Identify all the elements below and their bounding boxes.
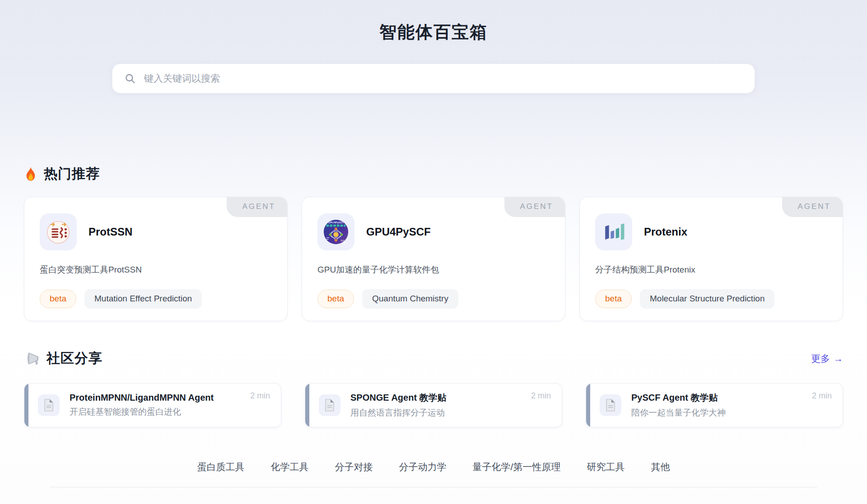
agent-card-gpu4pyscf[interactable]: AGENT GPU4PySCF xyxy=(302,197,565,321)
tab-molecular-dynamics[interactable]: 分子动力学 xyxy=(399,461,447,473)
post-title: SPONGE Agent 教学贴 xyxy=(350,392,447,404)
agent-description: GPU加速的量子化学计算软件包 xyxy=(317,264,550,276)
svg-text:GPU: GPU xyxy=(342,242,348,245)
post-accent-bar xyxy=(305,384,309,427)
read-time: 2 min xyxy=(531,391,551,401)
post-card-sponge[interactable]: SPONGE Agent 教学贴 用自然语言指挥分子运动 2 min xyxy=(305,383,562,427)
category-tag: Molecular Structure Prediction xyxy=(640,289,775,309)
agent-description: 分子结构预测工具Protenix xyxy=(595,264,827,276)
category-tabs: 蛋白质工具 化学工具 分子对接 分子动力学 量子化学/第一性原理 研究工具 其他 xyxy=(0,461,867,473)
beta-badge: beta xyxy=(317,290,354,308)
more-link[interactable]: 更多 → xyxy=(811,352,843,365)
gpu4pyscf-molecule-icon: GPU4PySCF xyxy=(317,213,354,250)
search-bar[interactable] xyxy=(112,64,755,93)
post-subtitle: 陪你一起当量子化学大神 xyxy=(631,407,726,419)
agent-ribbon: AGENT xyxy=(782,197,843,217)
tab-others[interactable]: 其他 xyxy=(651,461,670,473)
document-icon xyxy=(38,394,60,416)
tab-protein-tools[interactable]: 蛋白质工具 xyxy=(197,461,245,473)
megaphone-icon xyxy=(24,351,40,366)
post-subtitle: 开启硅基智能接管的蛋白进化 xyxy=(70,406,214,418)
beta-badge: beta xyxy=(595,290,632,308)
category-tag: Mutation Effect Prediction xyxy=(84,289,202,309)
document-icon xyxy=(319,394,340,416)
agent-ribbon: AGENT xyxy=(504,197,565,217)
post-card-proteinmpnn[interactable]: ProteinMPNN/LigandMPNN Agent 开启硅基智能接管的蛋白… xyxy=(24,383,281,427)
post-card-grid: ProteinMPNN/LigandMPNN Agent 开启硅基智能接管的蛋白… xyxy=(24,383,843,427)
post-subtitle: 用自然语言指挥分子运动 xyxy=(350,407,447,419)
search-input[interactable] xyxy=(144,73,743,84)
community-section-title: 社区分享 xyxy=(47,349,103,368)
agent-name: ProtSSN xyxy=(89,226,132,238)
beta-badge: beta xyxy=(40,290,76,308)
document-icon xyxy=(600,394,621,416)
post-card-pyscf[interactable]: PySCF Agent 教学贴 陪你一起当量子化学大神 2 min xyxy=(586,383,843,427)
agent-description: 蛋白突变预测工具ProtSSN xyxy=(40,264,272,276)
category-tag: Quantum Chemistry xyxy=(362,289,458,309)
agent-card-grid: AGENT xyxy=(24,197,843,321)
read-time: 2 min xyxy=(250,391,270,401)
agent-ribbon: AGENT xyxy=(227,197,287,217)
svg-text:GPU4PySCF: GPU4PySCF xyxy=(328,221,344,224)
tabs-divider xyxy=(50,487,817,487)
post-title: ProteinMPNN/LigandMPNN Agent xyxy=(70,393,214,403)
agent-card-protenix[interactable]: AGENT Protenix 分子结构预测工具Protenix beta Mol… xyxy=(579,197,843,321)
tab-research-tools[interactable]: 研究工具 xyxy=(587,461,625,473)
tab-chemistry-tools[interactable]: 化学工具 xyxy=(271,461,309,473)
protssn-sequence-icon xyxy=(40,213,77,250)
agent-name: Protenix xyxy=(644,226,687,238)
post-accent-bar xyxy=(24,384,28,427)
flame-icon xyxy=(24,166,37,181)
tab-quantum-chemistry[interactable]: 量子化学/第一性原理 xyxy=(473,461,561,473)
agent-name: GPU4PySCF xyxy=(366,226,431,238)
post-accent-bar xyxy=(586,384,590,427)
page-title: 智能体百宝箱 xyxy=(0,0,867,44)
protenix-bars-icon xyxy=(595,213,632,250)
community-section-header: 社区分享 更多 → xyxy=(24,349,843,368)
arrow-right-icon: → xyxy=(834,353,843,364)
hot-section-header: 热门推荐 xyxy=(24,165,843,183)
post-title: PySCF Agent 教学贴 xyxy=(631,392,726,404)
agent-card-protssn[interactable]: AGENT xyxy=(24,197,288,321)
read-time: 2 min xyxy=(812,391,832,401)
hot-section-title: 热门推荐 xyxy=(44,165,100,183)
tab-molecular-docking[interactable]: 分子对接 xyxy=(335,461,373,473)
search-icon xyxy=(124,73,136,84)
